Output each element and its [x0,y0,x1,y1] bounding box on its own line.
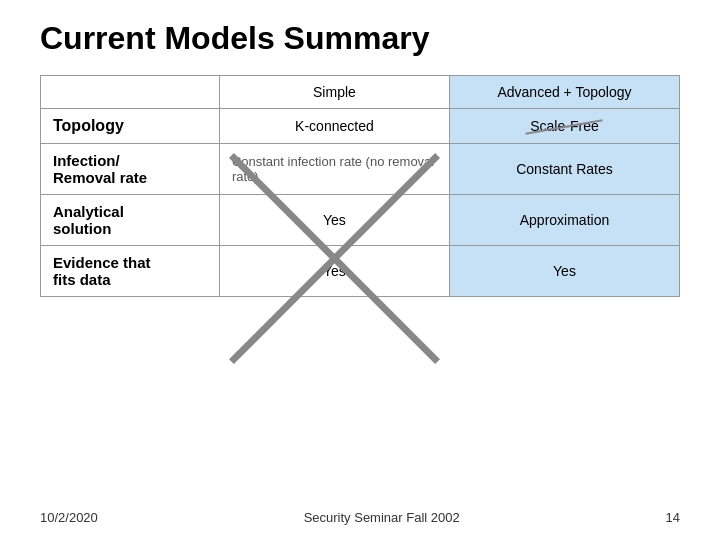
topology-advanced: Scale-Free [449,109,679,144]
summary-table-container: Simple Advanced + Topology Topology K-co… [40,75,680,502]
header-label-cell [41,76,220,109]
table-row-topology: Topology K-connected Scale-Free [41,109,680,144]
topology-label: Topology [41,109,220,144]
page: Current Models Summary Simple Advanced +… [0,0,720,540]
footer: 10/2/2020 Security Seminar Fall 2002 14 [40,510,680,525]
summary-table: Simple Advanced + Topology Topology K-co… [40,75,680,297]
table-row-evidence: Evidence that fits data Yes Yes [41,246,680,297]
table-header-row: Simple Advanced + Topology [41,76,680,109]
analytical-advanced: Approximation [449,195,679,246]
table-row-infection: Infection/ Removal rate Constant infecti… [41,144,680,195]
header-simple-cell: Simple [219,76,449,109]
infection-advanced: Constant Rates [449,144,679,195]
table-row-analytical: Analytical solution Yes Approximation [41,195,680,246]
footer-seminar: Security Seminar Fall 2002 [304,510,460,525]
header-advanced-cell: Advanced + Topology [449,76,679,109]
footer-page: 14 [666,510,680,525]
infection-label: Infection/ Removal rate [41,144,220,195]
infection-simple: Constant infection rate (no removal rate… [219,144,449,195]
topology-simple: K-connected [219,109,449,144]
evidence-label: Evidence that fits data [41,246,220,297]
analytical-label: Analytical solution [41,195,220,246]
footer-date: 10/2/2020 [40,510,98,525]
topology-advanced-text: Scale-Free [530,118,598,134]
page-title: Current Models Summary [40,20,680,57]
evidence-simple: Yes [219,246,449,297]
evidence-advanced: Yes [449,246,679,297]
analytical-simple: Yes [219,195,449,246]
